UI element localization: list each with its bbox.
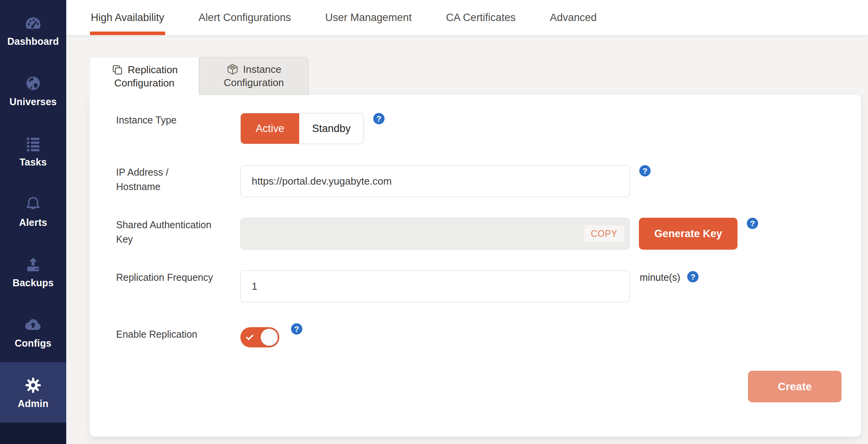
tab-alert-configurations[interactable]: Alert Configurations [199, 0, 291, 35]
subtab-instance-configuration[interactable]: Instance Configuration [199, 57, 309, 95]
sidebar-item-label: Backups [12, 277, 54, 289]
sidebar-item-label: Configs [15, 338, 51, 349]
tab-label: High Availability [91, 12, 164, 24]
tab-label: CA Certificates [446, 12, 516, 24]
shared-key-label: Shared Authentication Key [116, 218, 240, 247]
shared-key-row: Shared Authentication Key COPY Generate … [116, 218, 861, 250]
replication-frequency-help-icon[interactable]: ? [687, 271, 699, 282]
sidebar-item-label: Dashboard [7, 36, 59, 47]
tab-user-management[interactable]: User Management [325, 0, 412, 35]
enable-replication-row: Enable Replication ? [116, 327, 861, 347]
sidebar-item-label: Admin [18, 398, 49, 409]
toggle-knob [261, 329, 278, 346]
copy-icon [111, 63, 123, 76]
cloud-upload-icon [24, 315, 42, 334]
sidebar-item-admin[interactable]: Admin [0, 362, 66, 423]
sidebar-footer-area [0, 423, 66, 444]
instance-type-active-button[interactable]: Active [241, 113, 299, 144]
tab-high-availability[interactable]: High Availability [91, 0, 164, 35]
tab-label: User Management [325, 12, 412, 24]
segment-label: Standby [312, 123, 351, 135]
backup-upload-icon [24, 255, 42, 274]
task-list-icon [24, 134, 42, 153]
generate-key-button[interactable]: Generate Key [639, 218, 737, 250]
enable-replication-toggle[interactable] [240, 327, 279, 347]
sidebar-item-backups[interactable]: Backups [0, 241, 66, 302]
sidebar-item-alerts[interactable]: Alerts [0, 181, 66, 241]
segment-label: Active [256, 123, 284, 135]
check-icon [245, 333, 254, 342]
main-area: High Availability Alert Configurations U… [66, 0, 868, 444]
ip-address-input[interactable] [240, 165, 630, 197]
sidebar-item-label: Tasks [19, 157, 47, 168]
sidebar-item-configs[interactable]: Configs [0, 302, 66, 362]
shared-key-input: COPY [240, 218, 630, 250]
replication-frequency-input[interactable] [240, 270, 630, 302]
sidebar-item-label: Alerts [19, 217, 47, 228]
instance-type-row: Instance Type Active Standby ? [116, 113, 861, 144]
gear-icon [24, 376, 42, 395]
copy-button[interactable]: COPY [584, 226, 624, 242]
replication-frequency-row: Replication Frequency minute(s) ? [116, 270, 861, 302]
instance-type-standby-button[interactable]: Standby [299, 113, 363, 144]
tab-ca-certificates[interactable]: CA Certificates [446, 0, 516, 35]
sidebar-item-universes[interactable]: Universes [0, 60, 66, 121]
ip-address-label: IP Address / Hostname [116, 165, 240, 194]
replication-frequency-label: Replication Frequency [116, 270, 240, 285]
sub-tab-bar: Replication Configuration Instance Co [90, 57, 868, 95]
instance-type-segmented-control: Active Standby [240, 113, 364, 144]
dashboard-gauge-icon [24, 14, 42, 32]
ip-address-help-icon[interactable]: ? [639, 165, 651, 176]
replication-frequency-unit: minute(s) [640, 272, 680, 283]
enable-replication-help-icon[interactable]: ? [291, 323, 302, 335]
sidebar-item-tasks[interactable]: Tasks [0, 121, 66, 181]
bell-icon [24, 195, 42, 213]
sidebar-item-label: Universes [9, 96, 56, 107]
create-button[interactable]: Create [748, 371, 842, 402]
subtab-replication-configuration[interactable]: Replication Configuration [90, 57, 199, 95]
instance-type-help-icon[interactable]: ? [373, 113, 385, 124]
tab-advanced[interactable]: Advanced [550, 0, 596, 35]
shared-key-help-icon[interactable]: ? [747, 218, 758, 229]
sidebar: Dashboard Universes [0, 0, 66, 444]
instance-type-label: Instance Type [116, 113, 240, 127]
app-window: Dashboard Universes [0, 0, 868, 444]
globe-icon [24, 74, 42, 93]
replication-configuration-form: Instance Type Active Standby ? IP Addres… [90, 95, 861, 437]
enable-replication-label: Enable Replication [116, 327, 240, 342]
top-tab-bar: High Availability Alert Configurations U… [66, 0, 868, 35]
ip-address-row: IP Address / Hostname ? [116, 165, 861, 197]
content-area: Replication Configuration Instance Co [66, 35, 868, 444]
subtab-label: Replication Configuration [114, 64, 178, 89]
tab-label: Advanced [550, 12, 596, 24]
sidebar-item-dashboard[interactable]: Dashboard [0, 0, 66, 60]
box-icon [226, 63, 239, 76]
tab-label: Alert Configurations [199, 12, 291, 24]
